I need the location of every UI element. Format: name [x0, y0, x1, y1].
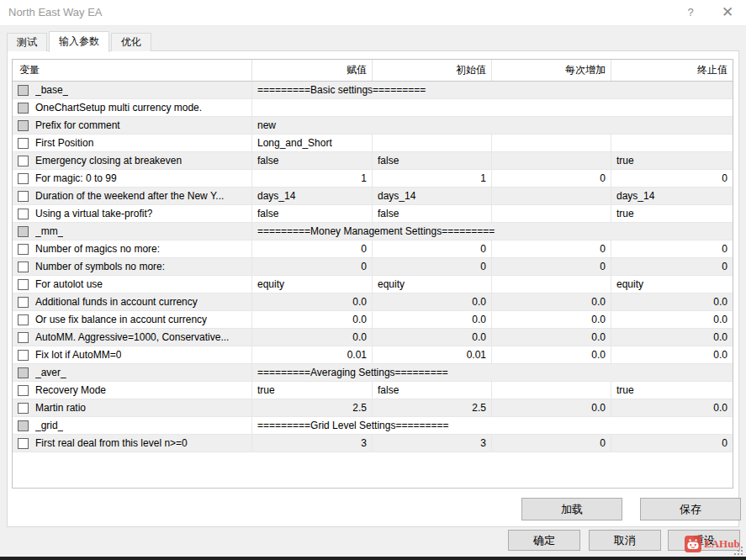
stop-value-cell[interactable]: true	[611, 152, 733, 169]
optimize-checkbox[interactable]	[18, 209, 29, 219]
initial-value-cell[interactable]: 0.01	[373, 346, 492, 363]
column-header: 终止值	[611, 60, 733, 81]
tab-input-parameters[interactable]: 输入参数	[49, 31, 109, 52]
optimize-checkbox[interactable]	[18, 385, 29, 396]
step-cell[interactable]: 0	[492, 258, 611, 275]
value-cell[interactable]: false	[252, 205, 373, 222]
optimize-checkbox[interactable]	[18, 156, 29, 166]
stop-value-cell[interactable]: equity	[611, 276, 733, 293]
value-cell[interactable]: 0.0	[252, 293, 373, 310]
step-cell[interactable]: 0.0	[492, 399, 611, 416]
value-cell[interactable]: =========Grid Level Settings=========	[252, 417, 733, 434]
value-cell[interactable]: 0.0	[252, 329, 373, 346]
initial-value-cell[interactable]: 0.0	[373, 293, 492, 310]
stop-value-cell[interactable]: true	[611, 382, 733, 399]
value-cell[interactable]: days_14	[252, 188, 373, 204]
optimize-checkbox[interactable]	[18, 403, 29, 414]
tab-optimization[interactable]: 优化	[111, 33, 151, 51]
value-cell[interactable]: =========Basic settings=========	[252, 82, 733, 98]
initial-value-cell[interactable]: false	[373, 205, 492, 222]
step-cell[interactable]	[492, 276, 611, 293]
step-cell[interactable]: 0.0	[492, 293, 611, 310]
optimize-checkbox[interactable]	[18, 173, 29, 184]
stop-value-cell[interactable]: 0.0	[611, 329, 733, 346]
value-cell[interactable]: 2.5	[252, 399, 373, 416]
stop-value-cell[interactable]: 0.0	[611, 311, 733, 328]
optimize-checkbox	[18, 103, 29, 114]
optimize-checkbox[interactable]	[18, 262, 29, 272]
value-cell[interactable]: 0.0	[252, 311, 373, 328]
stop-value-cell[interactable]: days_14	[611, 188, 733, 204]
value-cell[interactable]: 0	[252, 258, 373, 275]
value-cell[interactable]: equity	[252, 276, 373, 293]
step-cell[interactable]	[492, 152, 611, 169]
optimize-checkbox[interactable]	[18, 138, 29, 149]
optimize-checkbox[interactable]	[18, 350, 29, 361]
column-header: 每次增加	[492, 60, 611, 81]
table-row: _mm_=========Money Management Settings==…	[13, 223, 733, 240]
tab-test[interactable]: 测试	[7, 33, 47, 51]
step-cell[interactable]: 0	[492, 435, 611, 452]
initial-value-cell[interactable]: equity	[373, 276, 492, 293]
variable-cell: Number of magics no more:	[13, 240, 252, 257]
optimize-checkbox[interactable]	[18, 191, 29, 202]
stop-value-cell[interactable]: 0.0	[611, 293, 733, 310]
step-cell[interactable]	[492, 382, 611, 399]
optimize-checkbox[interactable]	[18, 438, 29, 449]
load-button[interactable]: 加载	[521, 498, 622, 520]
stop-value-cell[interactable]: 0.0	[611, 399, 733, 416]
value-cell[interactable]: 0	[252, 240, 373, 257]
stop-value-cell[interactable]: 0	[611, 435, 733, 452]
save-button[interactable]: 保存	[640, 498, 741, 520]
initial-value-cell[interactable]: 0	[373, 240, 492, 257]
table-row: First real deal from this level n>=03300	[13, 435, 733, 452]
value-cell[interactable]: false	[252, 152, 373, 169]
initial-value-cell[interactable]	[373, 135, 492, 151]
step-cell[interactable]: 0	[492, 170, 611, 187]
value-cell[interactable]	[252, 99, 733, 116]
value-cell[interactable]: 1	[252, 170, 373, 187]
value-cell[interactable]: 0.01	[252, 346, 373, 363]
value-cell[interactable]: new	[252, 117, 733, 134]
stop-value-cell[interactable]: true	[611, 205, 733, 222]
stop-value-cell[interactable]	[611, 135, 733, 151]
initial-value-cell[interactable]: 0.0	[373, 311, 492, 328]
initial-value-cell[interactable]: false	[373, 382, 492, 399]
initial-value-cell[interactable]: false	[373, 152, 492, 169]
value-cell[interactable]: true	[252, 382, 373, 399]
initial-value-cell[interactable]: 0.0	[373, 329, 492, 346]
variable-cell: Or use fix balance in account currency	[13, 311, 252, 328]
column-header: 赋值	[252, 60, 373, 81]
ok-button[interactable]: 确定	[508, 530, 580, 551]
optimize-checkbox[interactable]	[18, 244, 29, 255]
optimize-checkbox[interactable]	[18, 279, 29, 290]
value-cell[interactable]: 3	[252, 435, 373, 452]
optimize-checkbox[interactable]	[18, 332, 29, 343]
close-icon[interactable]: ✕	[715, 0, 740, 25]
cancel-button[interactable]: 取消	[589, 530, 661, 551]
step-cell[interactable]: 0	[492, 240, 611, 257]
optimize-checkbox[interactable]	[18, 297, 29, 308]
step-cell[interactable]: 0.0	[492, 329, 611, 346]
help-icon[interactable]: ?	[680, 0, 701, 25]
stop-value-cell[interactable]: 0.0	[611, 346, 733, 363]
step-cell[interactable]	[492, 205, 611, 222]
initial-value-cell[interactable]: 0	[373, 258, 492, 275]
step-cell[interactable]: 0.0	[492, 311, 611, 328]
initial-value-cell[interactable]: days_14	[373, 188, 492, 204]
initial-value-cell[interactable]: 3	[373, 435, 492, 452]
step-cell[interactable]	[492, 188, 611, 204]
stop-value-cell[interactable]: 0	[611, 258, 733, 275]
initial-value-cell[interactable]: 1	[373, 170, 492, 187]
variable-name: First real deal from this level n>=0	[35, 435, 188, 452]
value-cell[interactable]: =========Money Management Settings======…	[252, 223, 733, 240]
step-cell[interactable]	[492, 135, 611, 151]
stop-value-cell[interactable]: 0	[611, 170, 733, 187]
value-cell[interactable]: Long_and_Short	[252, 135, 373, 151]
eahub-watermark: EAHub	[685, 536, 740, 552]
optimize-checkbox[interactable]	[18, 314, 29, 325]
step-cell[interactable]: 0.0	[492, 346, 611, 363]
stop-value-cell[interactable]: 0	[611, 240, 733, 257]
initial-value-cell[interactable]: 2.5	[373, 399, 492, 416]
value-cell[interactable]: =========Averaging Settings=========	[252, 364, 733, 381]
